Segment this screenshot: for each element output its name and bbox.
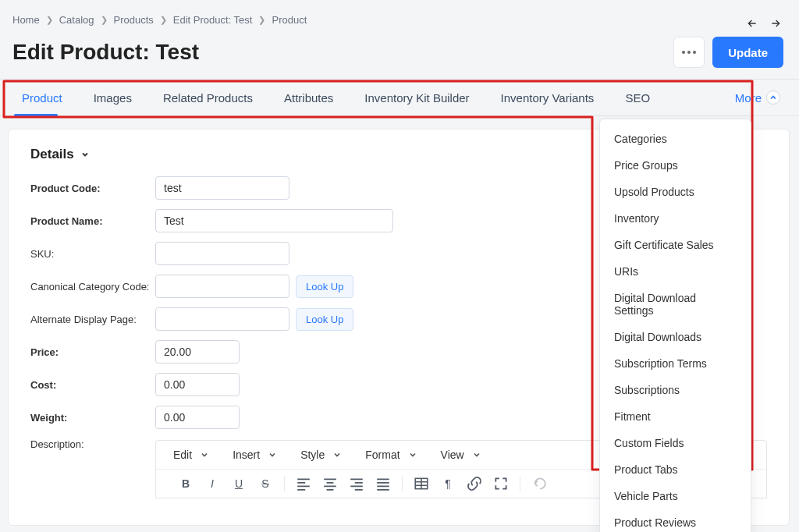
editor-menu-view[interactable]: View (441, 449, 481, 461)
link-icon[interactable] (467, 476, 482, 491)
alt-display-page-input[interactable] (155, 307, 289, 331)
more-actions-button[interactable] (673, 37, 705, 68)
more-item-subscription-terms[interactable]: Subscription Terms (600, 350, 751, 377)
alt-display-lookup-button[interactable]: Look Up (296, 308, 353, 331)
breadcrumb-item[interactable]: Edit Product: Test (173, 14, 253, 26)
label-canonical-category: Canonical Category Code: (30, 281, 155, 293)
more-item-subscriptions[interactable]: Subscriptions (600, 377, 751, 403)
strikethrough-icon[interactable]: S (257, 476, 273, 491)
product-code-input[interactable] (155, 176, 289, 200)
fullscreen-icon[interactable] (493, 476, 509, 491)
breadcrumb-item[interactable]: Home (12, 14, 40, 26)
more-item-categories[interactable]: Categories (600, 126, 751, 152)
tab-seo[interactable]: SEO (609, 80, 666, 115)
editor-menu-style[interactable]: Style (300, 449, 342, 461)
align-justify-icon[interactable] (375, 476, 391, 491)
align-right-icon[interactable] (349, 476, 364, 491)
page-title: Edit Product: Test (12, 40, 199, 65)
svg-point-0 (682, 51, 685, 54)
tab-inventory-variants[interactable]: Inventory Variants (485, 80, 610, 115)
label-product-code: Product Code: (30, 183, 155, 194)
tab-more-label: More (735, 91, 762, 105)
more-item-product-reviews[interactable]: Product Reviews (600, 509, 751, 532)
more-item-uris[interactable]: URIs (600, 258, 751, 285)
chevron-right-icon: ❯ (258, 15, 265, 25)
more-item-price-groups[interactable]: Price Groups (600, 152, 751, 179)
label-cost: Cost: (30, 379, 155, 391)
paragraph-icon[interactable]: ¶ (440, 476, 456, 491)
more-item-upsold-products[interactable]: Upsold Products (600, 179, 751, 205)
tab-inventory-kit-builder[interactable]: Inventory Kit Builder (349, 80, 485, 115)
label-description: Description: (30, 438, 155, 450)
more-item-digital-downloads[interactable]: Digital Downloads (600, 324, 751, 350)
italic-icon[interactable]: I (204, 476, 220, 491)
more-item-product-tabs[interactable]: Product Tabs (600, 456, 751, 483)
chevron-down-icon (80, 150, 90, 159)
label-product-name: Product Name: (30, 215, 155, 227)
more-tabs-dropdown: Categories Price Groups Upsold Products … (599, 119, 751, 532)
product-name-input[interactable] (155, 209, 393, 232)
label-price: Price: (30, 346, 155, 358)
more-item-inventory[interactable]: Inventory (600, 205, 751, 232)
align-center-icon[interactable] (322, 476, 338, 491)
breadcrumb: Home ❯ Catalog ❯ Products ❯ Edit Product… (0, 0, 799, 30)
price-input[interactable] (155, 340, 240, 364)
breadcrumb-item[interactable]: Product (272, 14, 307, 26)
tab-related-products[interactable]: Related Products (147, 80, 268, 115)
editor-menu-format[interactable]: Format (365, 449, 417, 461)
editor-menu-insert[interactable]: Insert (233, 449, 277, 461)
update-button[interactable]: Update (712, 37, 783, 68)
label-weight: Weight: (30, 412, 155, 424)
back-arrow[interactable] (744, 16, 760, 31)
svg-point-1 (687, 51, 691, 54)
tab-product[interactable]: Product (6, 80, 78, 115)
label-sku: SKU: (30, 248, 155, 260)
underline-icon[interactable]: U (231, 476, 247, 491)
tab-attributes[interactable]: Attributes (268, 80, 349, 115)
svg-point-2 (693, 51, 696, 54)
tab-images[interactable]: Images (78, 80, 147, 115)
breadcrumb-item[interactable]: Products (114, 14, 154, 26)
tab-bar: Product Images Related Products Attribut… (0, 79, 799, 116)
tab-more[interactable]: More (723, 80, 793, 115)
label-alt-display-page: Alternate Display Page: (30, 314, 155, 325)
bold-icon[interactable]: B (178, 476, 194, 491)
editor-menu-edit[interactable]: Edit (173, 449, 209, 461)
undo-icon[interactable] (531, 476, 547, 491)
chevron-up-icon (766, 90, 780, 105)
more-item-custom-fields[interactable]: Custom Fields (600, 430, 751, 456)
more-item-gift-certificate-sales[interactable]: Gift Certificate Sales (600, 232, 751, 258)
table-icon[interactable] (414, 476, 429, 491)
forward-arrow[interactable] (768, 16, 783, 31)
breadcrumb-item[interactable]: Catalog (59, 14, 94, 26)
canonical-category-input[interactable] (155, 275, 289, 298)
more-item-vehicle-parts[interactable]: Vehicle Parts (600, 483, 751, 509)
more-item-digital-download-settings[interactable]: Digital Download Settings (600, 285, 751, 324)
canonical-lookup-button[interactable]: Look Up (296, 275, 353, 298)
chevron-right-icon: ❯ (46, 15, 53, 25)
chevron-right-icon: ❯ (101, 15, 108, 25)
chevron-right-icon: ❯ (160, 15, 167, 25)
weight-input[interactable] (155, 406, 240, 429)
align-left-icon[interactable] (296, 476, 311, 491)
section-title: Details (30, 147, 74, 162)
cost-input[interactable] (155, 373, 240, 396)
more-item-fitment[interactable]: Fitment (600, 403, 751, 430)
sku-input[interactable] (155, 242, 289, 265)
